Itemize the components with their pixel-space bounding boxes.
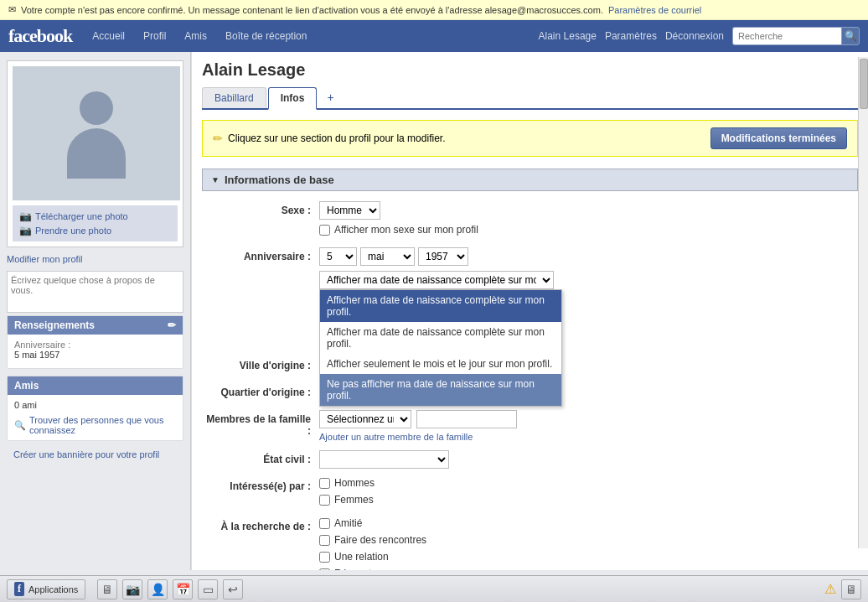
hommes-label: Hommes	[334, 477, 375, 489]
scrollbar[interactable]	[858, 57, 868, 548]
nav-accueil[interactable]: Accueil	[84, 25, 133, 47]
nav-logout[interactable]: Déconnexion	[665, 30, 724, 42]
renseignements-title: Renseignements	[14, 319, 95, 331]
take-photo-label: Prendre une photo	[35, 226, 111, 236]
taskbar-display-icon[interactable]: 🖥	[841, 579, 861, 599]
sidebar: 📷 Télécharger une photo 📷 Prendre une ph…	[0, 52, 191, 570]
section-title: Informations de base	[225, 174, 334, 186]
nav-profil[interactable]: Profil	[135, 25, 174, 47]
done-button[interactable]: Modifications terminées	[710, 127, 847, 149]
recherche-field: Amitié Faire des rencontres Une relation…	[319, 517, 858, 570]
upload-photo-link[interactable]: 📷 Télécharger une photo	[19, 210, 171, 222]
anniversaire-label: Anniversaire :	[202, 247, 319, 262]
friends-count: 0 ami	[14, 400, 176, 410]
search-button[interactable]: 🔍	[841, 27, 860, 45]
silhouette-head	[80, 91, 113, 125]
add-family-link[interactable]: Ajouter un autre membre de la famille	[319, 432, 858, 442]
profile-name: Alain Lesage	[202, 60, 858, 80]
nav-amis[interactable]: Amis	[176, 25, 215, 47]
find-friends-link[interactable]: 🔍 Trouver des personnes que vous connais…	[14, 415, 176, 435]
taskbar-icon-calendar[interactable]: 📅	[173, 579, 193, 599]
sexe-field: Homme Afficher mon sexe sur mon profil	[319, 201, 858, 239]
interested-col: Hommes Femmes	[319, 477, 858, 509]
anniversary-label: Anniversaire :	[14, 340, 176, 350]
show-sex-row: Afficher mon sexe sur mon profil	[319, 224, 858, 236]
taskbar-icon-camera[interactable]: 📷	[122, 579, 142, 599]
etat-civil-select[interactable]	[319, 450, 449, 469]
bday-display-select[interactable]: Afficher ma date de naissance complète s…	[319, 271, 554, 289]
tab-infos[interactable]: Infos	[268, 87, 318, 110]
profile-silhouette	[63, 91, 130, 175]
bday-option-2[interactable]: Afficher ma date de naissance complète s…	[320, 322, 561, 354]
sexe-row: Sexe : Homme Afficher mon sexe sur mon p…	[202, 201, 858, 239]
famille-field: Sélectionnez un I Ajouter un autre membr…	[319, 410, 858, 442]
nav-inbox[interactable]: Boîte de réception	[217, 25, 315, 47]
famille-name-input[interactable]	[416, 410, 517, 428]
create-banner-link[interactable]: Créer une bannière pour votre profil	[7, 449, 183, 459]
amitie-checkbox[interactable]	[319, 518, 330, 529]
taskbar-icon-person[interactable]: 👤	[147, 579, 168, 599]
nav-username[interactable]: Alain Lesage	[539, 30, 597, 42]
taskbar-icon-arrow[interactable]: ↩	[223, 579, 243, 599]
modify-profile-link[interactable]: Modifier mon profil	[7, 254, 183, 264]
amis-section: Amis 0 ami 🔍 Trouver des personnes que v…	[7, 376, 183, 441]
take-photo-link[interactable]: 📷 Prendre une photo	[19, 225, 171, 236]
amitie-row: Amitié	[319, 517, 858, 529]
reseautage-checkbox[interactable]	[319, 568, 330, 571]
warning-icon: ⚠	[824, 581, 836, 597]
bday-day-select[interactable]: 5	[319, 247, 357, 266]
renseignements-header: Renseignements ✏	[8, 316, 183, 335]
femmes-checkbox[interactable]	[319, 495, 330, 506]
taskbar-icons: 🖥 📷 👤 📅 ▭ ↩	[97, 579, 243, 599]
tab-babillard[interactable]: Babillard	[202, 87, 266, 108]
bio-textarea[interactable]	[7, 271, 183, 313]
taskbar-right: ⚠ 🖥	[824, 579, 861, 599]
bday-year-select[interactable]: 1957	[418, 247, 468, 266]
amitie-label: Amitié	[334, 517, 362, 529]
relation-checkbox[interactable]	[319, 552, 330, 563]
info-notice: ✏ Cliquez sur une section du profil pour…	[202, 120, 858, 157]
relation-label: Une relation	[334, 551, 389, 563]
family-row: Sélectionnez un I	[319, 410, 858, 428]
pencil-icon: ✏	[213, 132, 223, 145]
bday-option-4[interactable]: Ne pas afficher ma date de naissance sur…	[320, 374, 561, 406]
notification-link[interactable]: Paramètres de courriel	[608, 5, 701, 15]
show-sex-checkbox[interactable]	[319, 225, 330, 236]
rencontres-checkbox[interactable]	[319, 535, 330, 546]
applications-button[interactable]: f Applications	[7, 579, 85, 599]
tab-add[interactable]: +	[318, 86, 342, 108]
search-input[interactable]	[732, 27, 841, 45]
famille-select[interactable]: Sélectionnez un I	[319, 410, 411, 428]
recherche-row: À la recherche de : Amitié Faire des ren…	[202, 517, 858, 570]
taskbar-icon-window[interactable]: ▭	[198, 579, 218, 599]
hommes-checkbox[interactable]	[319, 478, 330, 489]
notification-bar: ✉ Votre compte n'est pas encore confirmé…	[0, 0, 868, 20]
reseautage-label: Réseautage	[334, 568, 389, 570]
info-notice-left: ✏ Cliquez sur une section du profil pour…	[213, 132, 445, 145]
renseignements-content: Anniversaire : 5 mai 1957	[8, 335, 183, 368]
etat-civil-row: État civil :	[202, 450, 858, 469]
edit-icon[interactable]: ✏	[168, 319, 176, 331]
main-layout: 📷 Télécharger une photo 📷 Prendre une ph…	[0, 52, 868, 570]
bday-option-3[interactable]: Afficher seulement le mois et le jour su…	[320, 354, 561, 374]
facebook-logo: facebook	[8, 25, 72, 47]
taskbar: f Applications 🖥 📷 👤 📅 ▭ ↩ ⚠ 🖥	[0, 575, 868, 602]
scroll-thumb[interactable]	[860, 59, 868, 109]
silhouette-body	[67, 128, 126, 179]
sexe-select[interactable]: Homme	[319, 201, 380, 220]
bday-option-1[interactable]: Afficher ma date de naissance complète s…	[320, 290, 561, 322]
femmes-row: Femmes	[319, 494, 858, 506]
amis-content: 0 ami 🔍 Trouver des personnes que vous c…	[8, 395, 183, 440]
bday-month-select[interactable]: mai	[360, 247, 415, 266]
bday-dropdown-overlay: Afficher ma date de naissance complète s…	[319, 289, 562, 407]
bday-display-wrap: Afficher ma date de naissance complète s…	[319, 271, 858, 289]
taskbar-icon-monitor[interactable]: 🖥	[97, 579, 117, 599]
etat-civil-field	[319, 450, 858, 469]
notification-text: Votre compte n'est pas encore confirmé. …	[21, 5, 603, 15]
upload-icon: 📷	[19, 210, 32, 222]
hommes-row: Hommes	[319, 477, 858, 489]
show-sex-label: Afficher mon sexe sur mon profil	[334, 224, 478, 236]
rencontres-label: Faire des rencontres	[334, 534, 426, 546]
nav-settings[interactable]: Paramètres	[605, 30, 657, 42]
nav-links: Accueil Profil Amis Boîte de réception	[84, 25, 538, 47]
